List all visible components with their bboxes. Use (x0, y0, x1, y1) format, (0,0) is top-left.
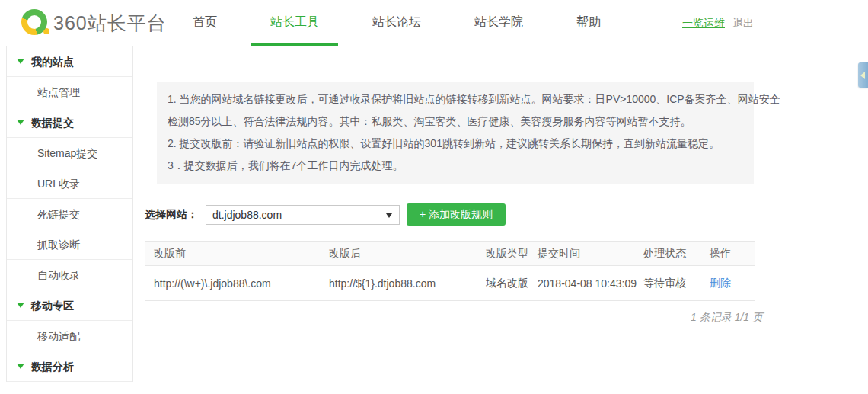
delete-link[interactable]: 删除 (710, 277, 731, 289)
logo-text: 360站长平台 (53, 11, 167, 35)
revision-rules-table: 改版前 改版后 改版类型 提交时间 处理状态 操作 http://(\w+)\.… (145, 241, 755, 301)
header-user-links: 一览运维 退出 (682, 0, 754, 46)
notice-line: 2. 提交改版前：请验证新旧站点的权限、设置好旧站的301跳转到新站，建议跳转关… (168, 133, 743, 155)
caret-down-icon (17, 59, 24, 64)
logout-link[interactable]: 退出 (732, 17, 754, 30)
notice-line: 3．提交数据后，我们将在7个工作日内完成处理。 (168, 155, 743, 177)
caret-down-icon (17, 364, 24, 369)
notice-line: 检测85分以上、符合法律法规内容。其中：私服类、淘宝客类、医疗健康、美容瘦身服务… (168, 111, 743, 133)
caret-down-icon (17, 303, 24, 308)
nav-item-academy[interactable]: 站长学院 (455, 0, 542, 46)
ops-account-link[interactable]: 一览运维 (682, 17, 725, 30)
sidebar-section-data-analysis[interactable]: 数据分析 (7, 351, 132, 382)
pagination-summary: 1 条记录 1/1 页 (691, 311, 763, 325)
cell-url-after: http://${1}.dtjob88.com (329, 266, 486, 301)
chevron-left-icon (860, 72, 865, 79)
sidebar-item-dead-link-submit[interactable]: 死链提交 (7, 199, 132, 229)
caret-down-icon (17, 120, 24, 125)
nav-item-home[interactable]: 首页 (174, 0, 236, 46)
main-content: 1. 当您的网站域名链接更改后，可通过收录保护将旧站点的链接转移到新站点。网站要… (134, 46, 868, 394)
col-header-type: 改版类型 (486, 242, 538, 266)
nav-item-forum[interactable]: 站长论坛 (353, 0, 440, 46)
sidebar-item-mobile-adaptation[interactable]: 移动适配 (7, 321, 132, 351)
col-header-action: 操作 (710, 242, 755, 266)
site-select-value: dt.jdjob88.com (212, 209, 282, 221)
sidebar-section-my-sites[interactable]: 我的站点 (7, 46, 132, 77)
site-select-label: 选择网站： (145, 208, 198, 222)
sidebar-item-url-inclusion[interactable]: URL收录 (7, 168, 132, 199)
sidebar-section-label: 移动专区 (31, 290, 74, 321)
cell-url-before: http://(\w+)\.jdjob88\.com (145, 266, 329, 301)
nav-item-help[interactable]: 帮助 (557, 0, 620, 46)
main-nav: 首页 站长工具 站长论坛 站长学院 帮助 (166, 0, 627, 46)
nav-item-webmaster-tools[interactable]: 站长工具 (251, 0, 338, 46)
sidebar-item-auto-inclusion[interactable]: 自动收录 (7, 260, 132, 290)
cell-revision-type: 域名改版 (486, 266, 538, 301)
side-panel-expand-tab[interactable] (858, 62, 868, 88)
sidebar-item-site-management[interactable]: 站点管理 (7, 77, 132, 107)
sidebar: 我的站点 站点管理 数据提交 Sitemap提交 URL收录 死链提交 抓取诊断… (6, 46, 133, 382)
360-ring-icon (21, 9, 47, 35)
sidebar-section-mobile-zone[interactable]: 移动专区 (7, 290, 132, 321)
add-revision-rule-button[interactable]: + 添加改版规则 (407, 203, 506, 226)
sidebar-item-sitemap-submit[interactable]: Sitemap提交 (7, 138, 132, 168)
sidebar-item-crawl-diagnosis[interactable]: 抓取诊断 (7, 229, 132, 260)
dropdown-arrow-icon (386, 213, 392, 218)
sidebar-section-label: 数据分析 (31, 351, 74, 382)
col-header-before: 改版前 (145, 242, 329, 266)
sidebar-section-label: 我的站点 (31, 46, 74, 77)
cell-submit-time: 2018-04-08 10:43:09 (538, 266, 643, 301)
site-select-row: 选择网站： dt.jdjob88.com + 添加改版规则 (145, 203, 506, 226)
table-row: http://(\w+)\.jdjob88\.com http://${1}.d… (145, 266, 755, 301)
logo[interactable]: 360站长平台 (21, 9, 167, 35)
sidebar-section-label: 数据提交 (31, 107, 74, 138)
notice-line: 1. 当您的网站域名链接更改后，可通过收录保护将旧站点的链接转移到新站点。网站要… (168, 88, 743, 111)
notice-box: 1. 当您的网站域名链接更改后，可通过收录保护将旧站点的链接转移到新站点。网站要… (157, 82, 754, 184)
top-header: 360站长平台 首页 站长工具 站长论坛 站长学院 帮助 一览运维 退出 (0, 0, 868, 46)
cell-status: 等待审核 (643, 266, 710, 301)
sidebar-section-data-submit[interactable]: 数据提交 (7, 107, 132, 138)
col-header-status: 处理状态 (643, 242, 710, 266)
col-header-time: 提交时间 (538, 242, 643, 266)
site-select-dropdown[interactable]: dt.jdjob88.com (206, 205, 400, 225)
col-header-after: 改版后 (329, 242, 486, 266)
table-header-row: 改版前 改版后 改版类型 提交时间 处理状态 操作 (145, 242, 755, 266)
